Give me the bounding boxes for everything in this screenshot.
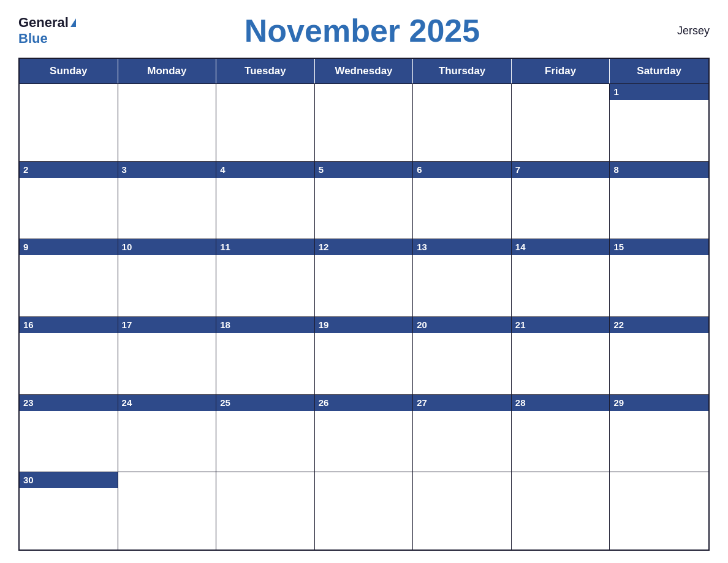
day-number: 24 [118,395,216,411]
day-cell-2-1: 10 [118,239,217,316]
day-number: 19 [315,317,413,333]
day-cell-3-0: 16 [20,317,118,394]
calendar-weeks: 1234567891011121314151617181920212223242… [20,83,708,550]
day-number: 27 [413,395,511,411]
day-number: 12 [315,239,413,255]
day-cell-5-6 [610,472,708,550]
week-row-1: 1 [20,83,708,161]
day-number: 2 [20,162,118,178]
day-cell-4-6: 29 [610,395,708,472]
day-cell-0-6: 1 [610,84,708,161]
day-number: 25 [216,395,314,411]
day-cell-4-4: 27 [413,395,512,472]
day-cell-4-5: 28 [512,395,610,472]
day-cell-3-6: 22 [610,317,708,394]
day-cell-4-1: 24 [118,395,217,472]
day-number: 28 [512,395,610,411]
day-cell-3-1: 17 [118,317,217,394]
day-cell-4-3: 26 [315,395,414,472]
header-friday: Friday [512,59,610,83]
day-cell-5-3 [315,472,414,550]
day-number: 30 [20,472,118,488]
day-cell-1-2: 4 [216,162,315,239]
day-number: 20 [413,317,511,333]
day-number: 21 [512,317,610,333]
day-cell-2-4: 13 [413,239,512,316]
day-cell-1-5: 7 [512,162,610,239]
day-cell-4-0: 23 [20,395,118,472]
day-cell-0-4 [413,84,512,161]
day-cell-1-6: 8 [610,162,708,239]
day-cell-1-4: 6 [413,162,512,239]
day-number: 22 [610,317,708,333]
day-cell-5-0: 30 [20,472,118,550]
day-number: 7 [512,162,610,178]
day-cell-0-5 [512,84,610,161]
day-cell-5-5 [512,472,610,550]
day-cell-1-1: 3 [118,162,217,239]
day-number: 11 [216,239,314,255]
day-number: 6 [413,162,511,178]
day-cell-5-1 [118,472,217,550]
day-number: 15 [610,239,708,255]
header-thursday: Thursday [413,59,512,83]
header-monday: Monday [118,59,217,83]
week-row-5: 23242526272829 [20,394,708,472]
logo: General Blue [18,15,76,47]
day-number: 13 [413,239,511,255]
day-number: 9 [20,239,118,255]
week-row-6: 30 [20,472,708,550]
logo-triangle-icon [70,18,76,27]
day-headers-row: Sunday Monday Tuesday Wednesday Thursday… [20,59,708,83]
day-number: 4 [216,162,314,178]
day-cell-2-3: 12 [315,239,414,316]
header-sunday: Sunday [20,59,118,83]
header-wednesday: Wednesday [315,59,414,83]
day-cell-1-3: 5 [315,162,414,239]
day-number: 8 [610,162,708,178]
week-row-4: 16171819202122 [20,316,708,394]
day-number: 29 [610,395,708,411]
day-cell-1-0: 2 [20,162,118,239]
day-cell-2-6: 15 [610,239,708,316]
day-cell-3-4: 20 [413,317,512,394]
day-number: 16 [20,317,118,333]
day-cell-2-5: 14 [512,239,610,316]
day-number: 3 [118,162,216,178]
day-number: 14 [512,239,610,255]
day-number: 17 [118,317,216,333]
day-cell-0-1 [118,84,217,161]
week-row-3: 9101112131415 [20,239,708,316]
day-number: 10 [118,239,216,255]
day-cell-3-2: 18 [216,317,315,394]
header-saturday: Saturday [610,59,708,83]
day-number: 1 [610,84,708,100]
header-tuesday: Tuesday [216,59,315,83]
page-title: November 2025 [76,12,648,49]
day-cell-0-3 [315,84,414,161]
day-cell-0-2 [216,84,315,161]
day-cell-5-2 [216,472,315,550]
day-cell-2-0: 9 [20,239,118,316]
day-cell-5-4 [413,472,512,550]
day-cell-0-0 [20,84,118,161]
logo-general: General [18,15,69,31]
region-label: Jersey [648,25,710,37]
day-number: 23 [20,395,118,411]
day-cell-3-5: 21 [512,317,610,394]
calendar: Sunday Monday Tuesday Wednesday Thursday… [18,58,710,551]
day-cell-2-2: 11 [216,239,315,316]
day-number: 5 [315,162,413,178]
day-number: 18 [216,317,314,333]
week-row-2: 2345678 [20,161,708,239]
logo-blue: Blue [18,31,48,47]
day-cell-3-3: 19 [315,317,414,394]
page-header: General Blue November 2025 Jersey [18,12,710,49]
day-cell-4-2: 25 [216,395,315,472]
day-number: 26 [315,395,413,411]
